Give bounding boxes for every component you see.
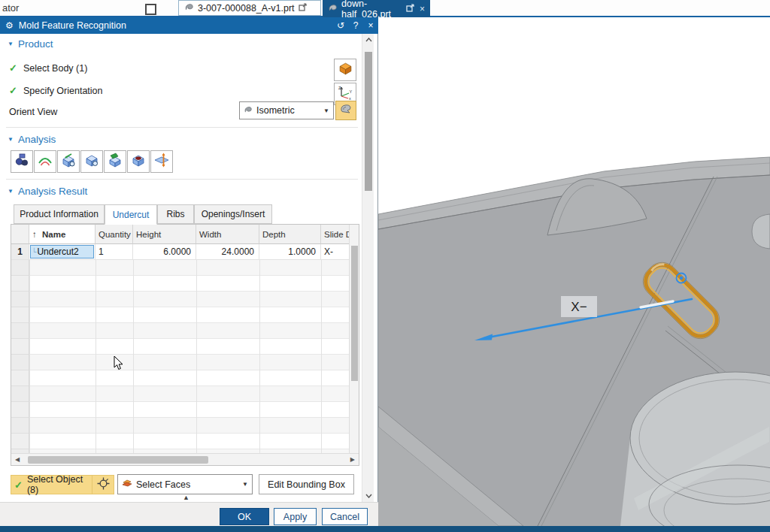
section-analysis-result[interactable]: ▼ Analysis Result (8, 186, 87, 197)
analysis-undercut-tool-button[interactable] (57, 150, 80, 173)
row1-quantity[interactable]: 1 (95, 244, 133, 260)
row1-depth[interactable]: 1.0000 (259, 244, 321, 260)
row1-number[interactable]: 1 (11, 244, 29, 260)
scroll-up-icon[interactable] (365, 38, 372, 42)
select-body-row[interactable]: ✓ Select Body (1) (9, 62, 87, 74)
row1-name-cell[interactable]: └ Undercut2 (29, 244, 95, 260)
section-analysis-label: Analysis (18, 134, 56, 145)
section-collapse-icon[interactable]: ▼ (8, 136, 14, 143)
ok-button[interactable]: OK (220, 508, 269, 525)
analysis-undercut-icon (60, 153, 77, 171)
view-isometric-icon (244, 105, 253, 116)
grid-line (196, 244, 197, 453)
analysis-rib-icon (83, 153, 100, 171)
cancel-button[interactable]: Cancel (322, 508, 368, 525)
tab-ribs[interactable]: Ribs (157, 204, 194, 224)
section-collapse-icon[interactable]: ▼ (8, 188, 14, 195)
select-faces-icon (122, 479, 132, 490)
point-crosshair-icon (97, 477, 110, 493)
row1-width[interactable]: 24.0000 (196, 244, 259, 260)
column-header-name[interactable]: ↑ Name (29, 225, 95, 244)
section-analysis-result-label: Analysis Result (18, 186, 87, 197)
grid-line (321, 244, 322, 453)
point-constructor-button[interactable] (92, 475, 114, 494)
mold-feature-recognition-dialog: ⚙ Mold Feature Recognition ↺ ? × ▼ Produ… (0, 17, 378, 526)
scroll-right-icon[interactable]: ▶ (350, 456, 355, 463)
orient-view-label: Orient View (9, 107, 57, 117)
axis-label: X− (561, 296, 597, 317)
row1-height[interactable]: 6.0000 (133, 244, 196, 260)
application-window: ator 3-007-000088_A-v1.prt down-half_026… (0, 0, 770, 532)
file-tab-inactive[interactable]: 3-007-000088_A-v1.prt (178, 0, 321, 16)
dialog-collapse-handle[interactable]: ▲ (183, 494, 189, 501)
separator (6, 179, 358, 180)
3d-part-graphics: X− (378, 17, 770, 526)
reset-icon[interactable]: ↺ (333, 20, 348, 31)
scroll-down-icon[interactable] (365, 494, 372, 498)
gear-icon: ⚙ (5, 20, 14, 31)
separator (6, 127, 358, 128)
close-icon[interactable]: × (363, 20, 378, 31)
analysis-opening-tool-button[interactable] (104, 150, 126, 173)
table-vertical-scrollbar[interactable] (349, 225, 359, 453)
tab-openings-insert[interactable]: Openings/Insert (194, 204, 272, 224)
column-header-width[interactable]: Width (196, 225, 259, 244)
dialog-title-bar[interactable]: ⚙ Mold Feature Recognition ↺ ? × (0, 17, 378, 34)
analysis-parting-icon (153, 153, 170, 171)
select-faces-dropdown[interactable]: Select Faces ▼ (117, 474, 253, 494)
table-empty-rownum-column (11, 260, 29, 453)
sort-up-icon: ↑ (32, 230, 37, 239)
select-body-label: Select Body (1) (23, 63, 87, 74)
select-object-field[interactable]: ✓ Select Object (8) (11, 475, 92, 494)
section-analysis[interactable]: ▼ Analysis (8, 134, 56, 145)
section-product[interactable]: ▼ Product (8, 38, 53, 50)
analysis-insert-icon (130, 153, 147, 171)
tab-product-information[interactable]: Product Information (14, 204, 105, 224)
grid-line (259, 244, 260, 453)
scrollbar-thumb[interactable] (351, 246, 358, 381)
orient-view-dropdown[interactable]: Isometric ▼ (239, 101, 334, 119)
analysis-search-tool-button[interactable] (11, 150, 33, 173)
column-header-rownum (11, 225, 29, 244)
scrollbar-thumb[interactable] (365, 52, 372, 191)
analysis-insert-tool-button[interactable] (127, 150, 150, 173)
column-header-slide-direction[interactable]: Slide D (321, 225, 349, 244)
part-icon (328, 3, 338, 14)
dialog-vertical-scrollbar[interactable] (362, 34, 374, 502)
scrollbar-thumb[interactable] (28, 456, 208, 464)
apply-button[interactable]: Apply (274, 508, 317, 525)
tab-undercut[interactable]: Undercut (105, 204, 157, 225)
restore-window-icon[interactable] (145, 4, 156, 15)
column-header-height[interactable]: Height (133, 225, 196, 244)
select-body-button[interactable] (334, 59, 356, 81)
3d-viewport[interactable]: X− (378, 17, 770, 526)
section-collapse-icon[interactable]: ▼ (8, 41, 14, 47)
column-header-quantity[interactable]: Quantity (95, 225, 133, 244)
navigator-partial-label: ator (2, 2, 19, 14)
table-empty-rows (11, 260, 349, 453)
specify-orientation-row[interactable]: ✓ Specify Orientation (9, 85, 103, 96)
section-product-label: Product (18, 38, 53, 50)
selected-cell[interactable]: └ Undercut2 (30, 245, 94, 258)
dialog-footer: OK Apply Cancel (0, 502, 378, 526)
orient-view-button[interactable] (335, 101, 356, 120)
select-body-cube-icon (338, 61, 353, 80)
table-horizontal-scrollbar[interactable]: ◀ ▶ (11, 453, 359, 465)
column-header-depth[interactable]: Depth (259, 225, 321, 244)
tree-branch-icon: └ (32, 244, 36, 260)
check-icon: ✓ (14, 479, 23, 491)
row1-slide-direction[interactable]: X- (321, 244, 349, 260)
analysis-rib-tool-button[interactable] (80, 150, 103, 173)
modified-icon (299, 3, 307, 14)
analysis-search-icon (14, 153, 30, 171)
help-icon[interactable]: ? (348, 20, 363, 31)
analysis-arc-tool-button[interactable] (34, 150, 56, 173)
edit-bounding-box-button[interactable]: Edit Bounding Box (259, 474, 354, 494)
analysis-parting-tool-button[interactable] (150, 150, 173, 173)
scroll-left-icon[interactable]: ◀ (15, 456, 20, 463)
chevron-down-icon: ▼ (242, 481, 248, 488)
file-tab-active[interactable]: down-half_026.prt × (323, 0, 430, 17)
close-tab-icon[interactable]: × (420, 4, 425, 14)
orient-view-icon (340, 104, 353, 117)
check-icon: ✓ (9, 85, 17, 96)
